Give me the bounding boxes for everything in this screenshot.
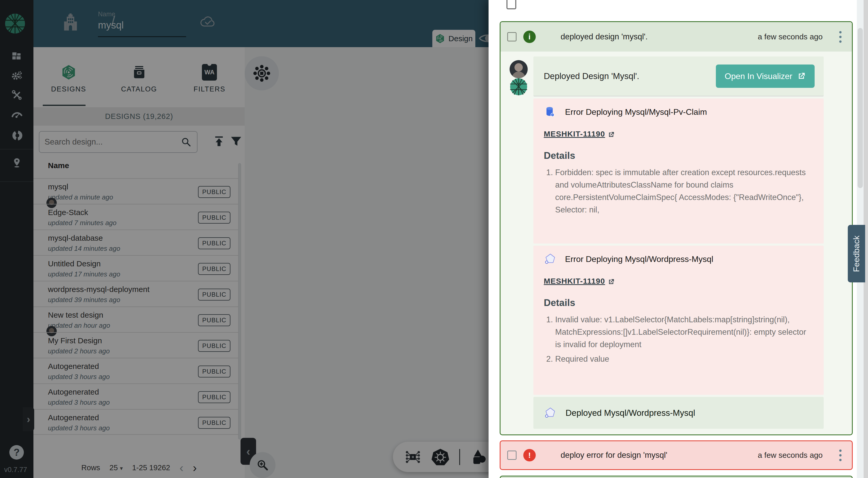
notification-drawer: i deployed design 'mysql'. a few seconds… [489, 0, 868, 478]
kebab-menu-icon[interactable] [839, 31, 842, 43]
meshkit-error-link[interactable]: MESHKIT-11190 [544, 277, 615, 286]
error-detail-box: Error Deploying Mysql/Wordpress-Mysql ME… [533, 246, 824, 395]
notification-header[interactable]: i deployed design 'mysql'. a few seconds… [500, 22, 852, 52]
notification-summary: deploy error for design 'mysql' [561, 450, 668, 460]
notification-time: a few seconds ago [758, 451, 823, 459]
notification-summary: deployed design 'mysql'. [561, 32, 648, 41]
drawer-scrollbar-thumb[interactable] [858, 28, 863, 188]
deployed-success-row: Deployed Mysql/Wordpress-Mysql [533, 397, 824, 429]
error-title: Error Deploying Mysql/Mysql-Pv-Claim [565, 107, 707, 117]
svg-text:?: ? [552, 114, 553, 116]
deployed-design-text: Deployed Design 'Mysql'. [544, 71, 639, 81]
error-detail-item: Invalid value: v1.LabelSelector{MatchLab… [555, 314, 808, 351]
error-details-list: Invalid value: v1.LabelSelector{MatchLab… [544, 314, 808, 365]
error-detail-item: Forbidden: spec is immutable after creat… [555, 166, 808, 216]
deployed-design-box: Deployed Design 'Mysql'. Open In Visuali… [533, 57, 824, 96]
error-title: Error Deploying Mysql/Wordpress-Mysql [565, 254, 713, 264]
notification-card-error: ! deploy error for design 'mysql' a few … [500, 440, 853, 470]
deployed-success-text: Deployed Mysql/Wordpress-Mysql [565, 408, 695, 418]
notification-checkbox[interactable] [507, 450, 517, 460]
service-pentagon-icon [544, 407, 556, 419]
details-heading: Details [544, 150, 808, 161]
notification-header[interactable]: ! deploy error for design 'mysql' a few … [500, 441, 852, 469]
notification-body: Deployed Design 'Mysql'. Open In Visuali… [500, 52, 852, 435]
error-detail-item: Required value [555, 353, 808, 365]
external-link-icon [608, 278, 615, 286]
kebab-menu-icon[interactable] [839, 449, 842, 461]
feedback-tab[interactable]: Feedback [848, 225, 865, 282]
database-icon: ? [544, 106, 556, 118]
info-icon: i [523, 31, 536, 43]
user-avatar [509, 60, 528, 78]
notification-card-partial[interactable] [500, 476, 853, 478]
feedback-label: Feedback [852, 235, 861, 272]
notification-checkbox[interactable] [507, 32, 517, 41]
meshery-avatar [509, 78, 528, 96]
external-link-icon [608, 131, 615, 138]
notification-time: a few seconds ago [758, 32, 823, 41]
error-details-list: Forbidden: spec is immutable after creat… [544, 166, 808, 216]
meshery-app: ? v0.7.77 / Name mysql [0, 0, 868, 478]
error-detail-box: ? Error Deploying Mysql/Mysql-Pv-Claim M… [533, 98, 824, 244]
meshkit-error-link[interactable]: MESHKIT-11190 [544, 130, 615, 138]
open-in-visualizer-button[interactable]: Open In Visualizer [716, 65, 815, 88]
notification-checkbox[interactable] [506, 0, 516, 9]
external-link-icon [797, 72, 806, 81]
details-heading: Details [544, 297, 808, 308]
error-icon: ! [523, 449, 536, 461]
modal-backdrop[interactable] [0, 0, 489, 478]
notification-card-deployed: i deployed design 'mysql'. a few seconds… [500, 21, 853, 435]
service-pentagon-icon [544, 253, 556, 265]
